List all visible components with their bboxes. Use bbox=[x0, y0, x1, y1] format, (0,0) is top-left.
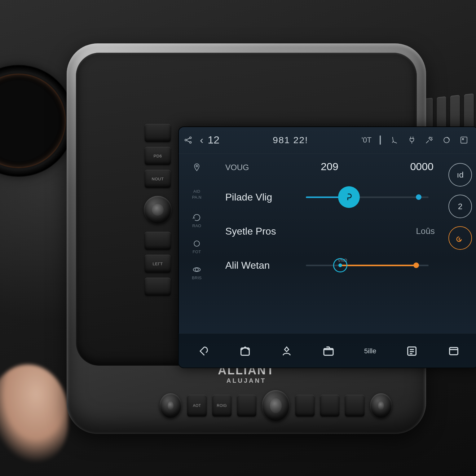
hw-btn-3[interactable]: NOUT bbox=[145, 170, 171, 188]
hw-bottom-6[interactable] bbox=[345, 395, 364, 416]
hw-btn-6[interactable] bbox=[145, 278, 171, 296]
nav-item-0[interactable] bbox=[183, 345, 224, 357]
quick-btn-2[interactable] bbox=[448, 226, 472, 250]
spiral-icon bbox=[456, 233, 465, 243]
back-chevron-icon[interactable]: ‹ bbox=[200, 134, 203, 146]
row-title: Syetle Pros bbox=[225, 226, 300, 237]
header-center-value: 209 bbox=[321, 161, 338, 173]
instrument-gauge bbox=[0, 65, 74, 177]
slider-2[interactable]: VNO bbox=[306, 256, 429, 275]
status-app-icon[interactable] bbox=[458, 134, 469, 146]
screen-sidebar: AID PA.N RAO FOT BRIS bbox=[178, 154, 215, 333]
handle-icon bbox=[344, 192, 354, 202]
slider-0[interactable] bbox=[306, 188, 429, 206]
quick-btn-1[interactable]: 2 bbox=[448, 195, 472, 218]
hw-bottom-4[interactable] bbox=[295, 395, 315, 416]
svg-rect-4 bbox=[461, 137, 467, 143]
svg-point-6 bbox=[196, 165, 198, 167]
row-title: Alil Wetan bbox=[225, 260, 300, 271]
nav-item-5[interactable] bbox=[391, 345, 433, 357]
status-plug-icon[interactable] bbox=[406, 134, 417, 146]
hw-btn-5[interactable]: LEГТ bbox=[145, 255, 171, 273]
status-tools-icon[interactable] bbox=[424, 134, 435, 146]
sidebar-item-2[interactable]: RAO bbox=[178, 208, 215, 233]
quick-column: ıd 2 bbox=[442, 154, 476, 333]
hw-knob-bl[interactable] bbox=[160, 393, 182, 418]
svg-rect-13 bbox=[449, 347, 458, 355]
sidebar-item-0[interactable] bbox=[178, 156, 215, 181]
hw-knob-center[interactable] bbox=[262, 390, 289, 421]
setting-row-0: Pilade Vlig bbox=[218, 180, 439, 214]
hw-btn-2[interactable]: PD6 bbox=[145, 147, 171, 165]
svg-point-7 bbox=[194, 241, 200, 246]
hardware-bottom-row: AOT ROIG bbox=[160, 389, 392, 423]
svg-point-8 bbox=[195, 268, 198, 271]
row-title: Pilade Vlig bbox=[225, 192, 300, 203]
profile-icon bbox=[280, 345, 293, 357]
hw-btn-1[interactable] bbox=[145, 124, 171, 142]
setting-row-1[interactable]: Syetle Pros Loûs bbox=[218, 214, 439, 248]
hw-knob-top[interactable] bbox=[144, 196, 172, 224]
orbit-icon bbox=[192, 265, 201, 274]
setting-row-2: Alil Wetan VNO bbox=[218, 248, 439, 282]
window-icon bbox=[447, 345, 460, 357]
svg-point-1 bbox=[190, 137, 192, 139]
main-panel: VOUG 209 0000 Pilade Vlig bbox=[215, 154, 442, 333]
nav-item-4[interactable]: 5ille bbox=[349, 347, 391, 355]
hardware-left-column: PD6 NOUT LEГТ bbox=[143, 124, 173, 296]
nav-item-1[interactable] bbox=[224, 345, 266, 357]
panel-header: VOUG 209 0000 bbox=[218, 158, 439, 180]
status-loop-icon[interactable] bbox=[441, 134, 452, 146]
sidebar-item-4[interactable]: BRIS bbox=[178, 260, 215, 285]
hw-btn-4[interactable] bbox=[145, 232, 171, 250]
bottom-nav: 5ille bbox=[178, 333, 476, 368]
pin-icon bbox=[192, 163, 201, 172]
circle-icon bbox=[192, 239, 201, 248]
touchscreen: ‹ 12 981 22! '0T bbox=[178, 126, 476, 368]
quick-btn-0[interactable]: ıd bbox=[448, 163, 472, 187]
headunit-bezel: DAV' PD6 NOUT LEГТ AOT ROIG ALLIANT AL bbox=[67, 43, 426, 434]
hw-bottom-1[interactable]: AOT bbox=[187, 395, 206, 416]
nav-item-2[interactable] bbox=[266, 345, 308, 357]
dashboard-background: DAV' PD6 NOUT LEГТ AOT ROIG ALLIANT AL bbox=[0, 0, 476, 476]
header-right-value: 0000 bbox=[410, 161, 434, 173]
sidebar-item-3[interactable]: FOT bbox=[178, 234, 215, 259]
folder-icon bbox=[322, 345, 335, 357]
row-suffix: Loûs bbox=[416, 226, 435, 236]
hw-bottom-3[interactable] bbox=[237, 395, 256, 416]
status-bar: ‹ 12 981 22! '0T bbox=[178, 126, 476, 154]
nav-item-6[interactable] bbox=[433, 345, 474, 357]
status-temp-label: '0T bbox=[361, 136, 372, 144]
sidebar-item-1[interactable]: AID PA.N bbox=[178, 182, 215, 207]
status-center-value: 981 22! bbox=[273, 135, 308, 145]
back-flag-icon bbox=[197, 345, 209, 357]
hw-bottom-2[interactable]: ROIG bbox=[212, 395, 231, 416]
header-left-label: VOUG bbox=[225, 163, 249, 172]
refresh-icon bbox=[192, 213, 201, 222]
nav-item-3[interactable] bbox=[308, 345, 350, 357]
divider bbox=[380, 135, 381, 145]
status-share-icon[interactable] bbox=[183, 134, 194, 146]
hw-bottom-5[interactable] bbox=[320, 395, 339, 416]
svg-point-2 bbox=[190, 141, 192, 143]
status-seat-icon[interactable] bbox=[389, 134, 400, 146]
list-icon bbox=[406, 345, 418, 357]
svg-rect-5 bbox=[462, 139, 464, 140]
hand bbox=[0, 364, 68, 464]
hw-knob-br[interactable] bbox=[370, 393, 392, 418]
nav-label: 5ille bbox=[364, 347, 376, 355]
status-back-value: 12 bbox=[208, 134, 219, 146]
svg-point-0 bbox=[185, 139, 187, 141]
home-sq-icon bbox=[239, 345, 251, 357]
screen-content: AID PA.N RAO FOT BRIS bbox=[178, 154, 476, 333]
